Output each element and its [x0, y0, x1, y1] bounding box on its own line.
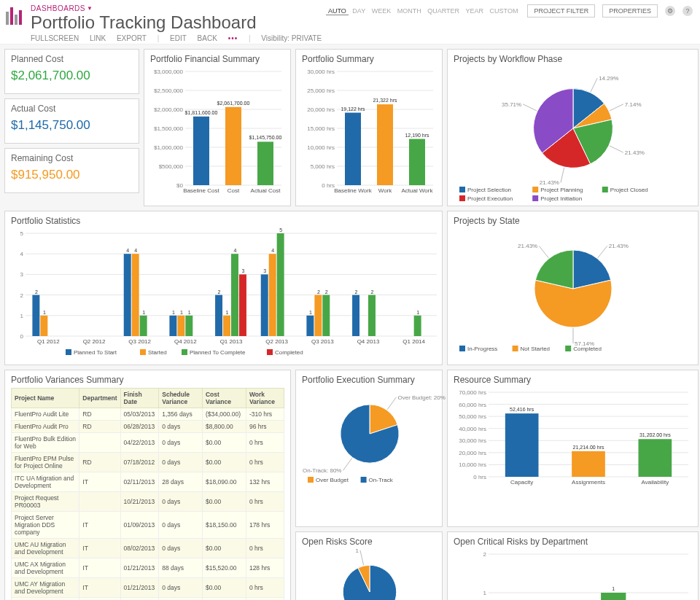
export-link[interactable]: EXPORT: [117, 34, 147, 42]
panel-title: Open Critical Risks by Department: [454, 537, 692, 547]
panel-title: Projects by State: [454, 216, 692, 226]
table-row[interactable]: FluentPro Audit LiteRD05/03/20131,356 da…: [12, 408, 284, 421]
table-row[interactable]: Project Request PR0000310/21/20130 days$…: [12, 492, 284, 512]
range-custom[interactable]: CUSTOM: [488, 7, 521, 15]
range-quarter[interactable]: QUARTER: [425, 7, 462, 15]
table-cell: $0.00: [202, 492, 246, 512]
svg-rect-135: [267, 349, 273, 355]
help-icon[interactable]: ?: [682, 6, 693, 16]
table-cell: IT: [79, 539, 120, 558]
table-header[interactable]: Project Name: [12, 389, 79, 408]
svg-text:5,000 hrs: 5,000 hrs: [311, 163, 335, 170]
table-row[interactable]: UMC AU Migration and DevelopmentIT08/02/…: [12, 539, 284, 558]
table-header[interactable]: Cost Variance: [202, 389, 246, 408]
dashboard-grid: Planned Cost $2,061,700.00 Actual Cost $…: [0, 44, 700, 600]
svg-text:Project Initiation: Project Initiation: [540, 195, 582, 202]
table-cell: 28 days: [159, 472, 203, 492]
table-cell: 01/21/2013: [120, 558, 159, 578]
table-cell: 1,356 days: [159, 408, 203, 421]
svg-text:1: 1: [309, 310, 312, 315]
panel-resource-summary: Resource Summary 0 hrs10,000 hrs20,000 h…: [447, 370, 699, 527]
table-row[interactable]: Project Server Migration DDS companyIT01…: [12, 512, 284, 539]
table-cell: $0.00: [202, 539, 246, 558]
svg-text:Q4 2012: Q4 2012: [174, 338, 197, 345]
table-header[interactable]: Finish Date: [120, 389, 159, 408]
range-auto[interactable]: AUTO: [326, 7, 349, 15]
table-row[interactable]: UMC AX Migration and DevelopmentIT01/21/…: [12, 558, 284, 578]
svg-rect-109: [269, 254, 276, 336]
svg-text:In-Progress: In-Progress: [467, 346, 497, 352]
svg-text:Actual Work: Actual Work: [402, 187, 434, 194]
svg-text:Over Budget: 20%: Over Budget: 20%: [398, 394, 446, 401]
edit-link[interactable]: EDIT: [170, 34, 187, 42]
table-cell: 0 hrs: [246, 492, 284, 512]
table-cell: FluentPro Bulk Edition for Web: [12, 433, 79, 453]
table-cell: $18,090.00: [202, 472, 246, 492]
table-cell: UMC AY Migration and Development: [12, 578, 79, 598]
back-link[interactable]: BACK: [198, 34, 217, 42]
fullscreen-link[interactable]: FULLSCREEN: [31, 34, 79, 42]
svg-text:25,000 hrs: 25,000 hrs: [307, 87, 335, 94]
table-header[interactable]: Schedule Variance: [159, 389, 203, 408]
table-row[interactable]: ITC UA Migration and DevelopmentIT02/11/…: [12, 472, 284, 492]
svg-text:$2,500,000: $2,500,000: [154, 87, 184, 94]
variances-table: Project NameDepartmentFinish DateSchedul…: [11, 388, 284, 600]
panel-open-risks-score: Open Risks Score 131Open Low/Average Ris…: [295, 531, 443, 600]
table-row[interactable]: FluentPro Bulk Edition for Web04/22/2013…: [12, 433, 284, 453]
properties-button[interactable]: PROPERTIES: [602, 4, 658, 17]
table-cell: 178 hrs: [246, 512, 284, 539]
table-header[interactable]: Work Variance: [246, 389, 284, 408]
svg-text:0: 0: [20, 333, 24, 340]
table-cell: 10/21/2013: [120, 492, 159, 512]
svg-text:1: 1: [355, 548, 359, 554]
svg-text:60,000 hrs: 60,000 hrs: [459, 402, 486, 408]
gear-icon[interactable]: ⚙: [665, 6, 675, 16]
svg-text:5: 5: [20, 230, 24, 237]
svg-text:1: 1: [188, 310, 191, 315]
bar-chart: 0 hrs5,000 hrs10,000 hrs15,000 hrs20,000…: [302, 67, 438, 198]
panel-title: Resource Summary: [454, 375, 692, 385]
svg-text:7.14%: 7.14%: [625, 101, 642, 108]
kpi-label: Remaining Cost: [11, 153, 133, 163]
range-week[interactable]: WEEK: [370, 7, 394, 15]
more-icon[interactable]: •••: [228, 34, 238, 42]
project-filter-button[interactable]: PROJECT FILTER: [527, 4, 595, 17]
table-row[interactable]: FluentPro Audit ProRD06/28/20130 days$8,…: [12, 421, 284, 433]
panel-workflow-phase: Projects by Workflow Phase 14.29%7.14%21…: [447, 49, 699, 206]
svg-rect-173: [505, 413, 539, 477]
range-month[interactable]: MONTH: [395, 7, 424, 15]
svg-text:Q2 2012: Q2 2012: [83, 338, 106, 345]
svg-rect-147: [565, 346, 571, 351]
kpi-planned-cost: Planned Cost $2,061,700.00: [4, 49, 139, 94]
svg-text:21,322 hrs: 21,322 hrs: [373, 98, 397, 103]
visibility-label: Visibility: PRIVATE: [261, 34, 322, 42]
table-row[interactable]: FluentPro EPM Pulse for Project OnlineRD…: [12, 453, 284, 472]
svg-text:$500,000: $500,000: [159, 163, 184, 170]
svg-text:On-Track: 80%: On-Track: 80%: [303, 467, 342, 474]
svg-text:1: 1: [20, 313, 24, 319]
svg-line-52: [561, 168, 564, 182]
page-header: DASHBOARDS▼ Portfolio Tracking Dashboard…: [0, 0, 700, 44]
table-cell: 0 days: [159, 598, 203, 601]
svg-text:21.43%: 21.43%: [609, 243, 629, 249]
table-row[interactable]: UMC AY Migration and DevelopmentIT01/21/…: [12, 578, 284, 598]
link-link[interactable]: LINK: [90, 34, 106, 42]
panel-title: Portfolio Summary: [302, 54, 436, 64]
svg-rect-131: [140, 349, 146, 355]
table-header[interactable]: Department: [79, 389, 120, 408]
table-cell: 08/02/2013: [120, 539, 159, 558]
range-year[interactable]: YEAR: [464, 7, 486, 15]
svg-text:$0: $0: [176, 182, 183, 189]
table-row[interactable]: UMC BR Migration and DevelopmentIT02/03/…: [12, 598, 284, 601]
panel-title: Portfolio Variances Summary: [11, 375, 284, 385]
svg-text:70,000 hrs: 70,000 hrs: [459, 389, 486, 396]
svg-rect-17: [225, 107, 241, 185]
table-cell: 0 days: [159, 512, 203, 539]
svg-rect-145: [513, 346, 518, 351]
range-day[interactable]: DAY: [350, 7, 368, 15]
panel-variances-summary: Portfolio Variances Summary Project Name…: [4, 370, 291, 600]
svg-rect-118: [322, 295, 330, 336]
table-cell: UMC AU Migration and Development: [12, 539, 79, 558]
svg-text:Project Execution: Project Execution: [467, 195, 513, 202]
panel-critical-risks-dept: Open Critical Risks by Department 012(No…: [447, 531, 699, 600]
